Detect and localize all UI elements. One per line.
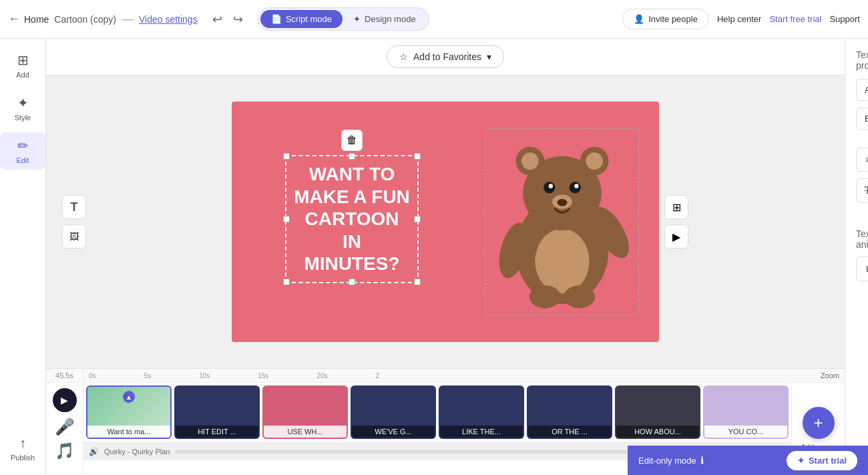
scene-thumb-8[interactable]: YOU CO... (703, 385, 789, 439)
timeline-duration: 45.5s (46, 369, 83, 382)
scene-thumb-7[interactable]: HOW ABOU... (615, 385, 700, 439)
audio-label: Quirky - Quirky Plan (104, 448, 170, 456)
ruler-mark-15s: 15s (258, 372, 268, 379)
center-column: ☆ Add to Favorites ▾ T 🖼 🗑 Want to make … (46, 39, 845, 475)
edit-only-text: Edit-only mode (638, 456, 696, 466)
canvas-text-content: Want to make a fun cartoon in minutes? (286, 156, 417, 282)
ruler-mark-0s: 0s (89, 372, 96, 379)
canvas-left-tools: T 🖼 (62, 195, 86, 249)
undo-redo-group: ↩ ↪ (208, 9, 247, 29)
grid-view-button[interactable]: ⊞ (664, 195, 688, 219)
add-favorites-label: Add to Favorites (413, 51, 481, 62)
animation-select-row: Letter by letter scale up rise (856, 257, 857, 281)
scene-thumb-5[interactable]: LIKE THE... (439, 385, 524, 439)
text-align-group: ≡ ☰ ≡ (856, 148, 868, 172)
resize-handle-tl[interactable] (283, 153, 290, 160)
sidebar-style-label: Style (15, 114, 31, 122)
resize-handle-ml[interactable] (283, 216, 290, 222)
resize-handle-mr[interactable] (414, 216, 421, 222)
animation-select[interactable]: Letter by letter scale up rise (856, 257, 868, 281)
scene-thumb-6[interactable]: OR THE ... (527, 385, 612, 439)
format-row: T ≡ ⋮ A (856, 178, 857, 202)
scene-thumb-1[interactable]: ▲ Want to ma... (86, 385, 172, 439)
script-icon: 📄 (271, 14, 282, 24)
svg-point-6 (586, 152, 603, 170)
font-family-select[interactable]: Amatic SC (856, 79, 868, 101)
design-mode-label: Design mode (365, 14, 416, 24)
zoom-label: Zoom (821, 371, 839, 379)
canvas-toolbar: ☆ Add to Favorites ▾ (46, 39, 845, 75)
sidebar-publish-label: Publish (11, 454, 35, 462)
main-layout: ⊞ Add ✦ Style ✏ Edit ↑ Publish ☆ Add to … (0, 39, 868, 475)
sidebar-item-style[interactable]: ✦ Style (0, 90, 45, 127)
sidebar-item-add[interactable]: ⊞ Add (0, 47, 45, 84)
support-link[interactable]: Support (829, 14, 860, 24)
trash-icon: 🗑 (347, 134, 357, 146)
image-tool-button[interactable]: 🖼 (62, 224, 86, 249)
top-actions: 👤 Invite people Help center Start free t… (622, 9, 860, 29)
resize-handle-tm[interactable] (349, 153, 355, 160)
bear-element[interactable] (485, 128, 639, 315)
design-icon: ✦ (353, 14, 361, 24)
right-panel: Text properties Amatic SC 20 Bold 1.2 ≡ (845, 39, 868, 475)
resize-handle-tr[interactable] (414, 153, 421, 160)
scene-label-4: WE'VE G... (352, 426, 435, 438)
start-trial-button[interactable]: ✦ Start trial (787, 451, 857, 470)
resize-handle-bm[interactable] (349, 279, 355, 285)
chevron-down-icon: ▾ (487, 51, 491, 62)
add-to-favorites-button[interactable]: ☆ Add to Favorites ▾ (387, 45, 504, 68)
music-button[interactable]: 🎵 (55, 442, 75, 460)
font-weight-select[interactable]: Bold (856, 108, 868, 130)
breadcrumb-item1: Cartoon (copy) (54, 14, 116, 25)
delete-text-button[interactable]: 🗑 (341, 130, 363, 151)
person-icon: 👤 (634, 14, 644, 24)
bear-illustration (486, 129, 638, 315)
sidebar-add-label: Add (16, 71, 29, 79)
text-element[interactable]: 🗑 Want to make a fun cartoon in minutes? (285, 155, 419, 283)
invite-people-button[interactable]: 👤 Invite people (622, 9, 709, 29)
font-row: Amatic SC 20 (856, 79, 857, 101)
weight-row: Bold 1.2 (856, 108, 857, 130)
script-mode-label: Script mode (286, 14, 332, 24)
text-animations-title: Text animations (856, 228, 857, 250)
canvas-side-tools: ⊞ ▶ (664, 195, 688, 249)
help-center-link[interactable]: Help center (717, 14, 761, 24)
home-label: Home (24, 14, 49, 25)
canvas-wrapper: T 🖼 🗑 Want to make a fun cartoon in minu… (46, 75, 845, 368)
scene-label-6: OR THE ... (528, 426, 611, 438)
edit-only-label: Edit-only mode ℹ (638, 455, 704, 466)
home-button[interactable]: ← Home (8, 12, 49, 26)
scene-label-5: LIKE THE... (440, 426, 523, 438)
svg-point-16 (564, 285, 595, 308)
breadcrumb-divider-icon: — (122, 12, 134, 26)
script-mode-button[interactable]: 📄 Script mode (260, 10, 343, 28)
design-mode-button[interactable]: ✦ Design mode (343, 10, 427, 28)
sidebar-item-publish[interactable]: ↑ Publish (0, 430, 45, 467)
sidebar-edit-label: Edit (17, 156, 29, 164)
info-icon: ℹ (700, 455, 704, 466)
format-buttons: T ≡ ⋮ (856, 178, 868, 202)
add-scene-button[interactable]: + (803, 407, 835, 439)
timeline-play-button[interactable]: ▶ (53, 388, 77, 412)
back-arrow-icon: ← (8, 12, 20, 26)
sidebar-item-edit[interactable]: ✏ Edit (0, 132, 45, 170)
resize-handle-br[interactable] (414, 279, 421, 285)
breadcrumb-video-settings[interactable]: Video settings (139, 14, 198, 25)
align-left-button[interactable]: ≡ (856, 148, 868, 172)
scene-thumb-2[interactable]: HIT EDIT ... (174, 385, 260, 439)
add-icon: ⊞ (17, 52, 29, 68)
scene-thumb-4[interactable]: WE'VE G... (351, 385, 436, 439)
strikethrough-button[interactable]: T (856, 178, 868, 202)
panel-divider-1 (856, 142, 857, 142)
scene-thumb-3[interactable]: USE WH... (262, 385, 348, 439)
microphone-button[interactable]: 🎤 (55, 418, 75, 436)
bottom-bar: Edit-only mode ℹ ✦ Start trial (628, 446, 868, 475)
undo-button[interactable]: ↩ (208, 9, 226, 29)
timeline-controls: ▶ 🎤 🎵 (46, 383, 83, 475)
play-button[interactable]: ▶ (664, 224, 688, 249)
resize-handle-bl[interactable] (283, 279, 290, 285)
text-tool-button[interactable]: T (62, 195, 86, 219)
redo-button[interactable]: ↪ (229, 9, 247, 29)
left-sidebar: ⊞ Add ✦ Style ✏ Edit ↑ Publish (0, 39, 46, 475)
start-free-trial-link[interactable]: Start free trial (769, 14, 821, 24)
